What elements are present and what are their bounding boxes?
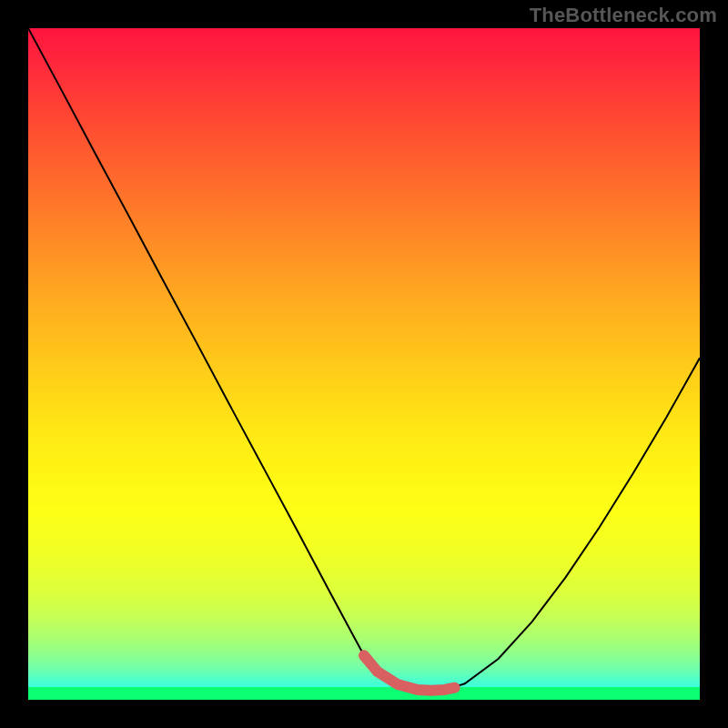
plot-area	[28, 28, 700, 700]
bottleneck-curve	[28, 28, 700, 691]
chart-container: TheBottleneck.com	[0, 0, 728, 728]
flat-minimum-highlight	[364, 655, 455, 690]
watermark-text: TheBottleneck.com	[530, 4, 717, 27]
curve-svg	[28, 28, 700, 700]
